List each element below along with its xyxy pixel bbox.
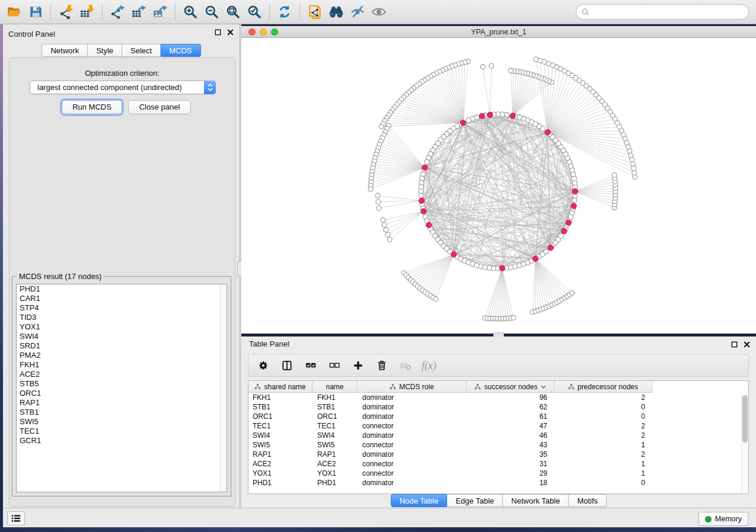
table-row[interactable]: ORC1ORC1dominator610: [248, 412, 741, 421]
result-node-item[interactable]: SWI5: [17, 417, 227, 427]
memory-button[interactable]: Memory: [698, 512, 748, 526]
mcds-result-list[interactable]: PHD1CAR1STP4TID3YOX1SWI4SRD1PMA2FKH1ACE2…: [16, 284, 227, 492]
network-graph[interactable]: [241, 38, 756, 334]
result-scrollbar[interactable]: [220, 284, 227, 492]
leaf-node[interactable]: [631, 166, 636, 171]
table-row[interactable]: STB1STB1dominator620: [248, 402, 741, 412]
leaf-node[interactable]: [630, 162, 635, 166]
tab-network-table[interactable]: Network Table: [503, 494, 569, 507]
mcds-hub-node[interactable]: [548, 245, 553, 251]
leaf-node[interactable]: [376, 200, 381, 204]
export-table-button[interactable]: [128, 2, 149, 22]
result-node-item[interactable]: ORC1: [17, 389, 227, 398]
ring-node[interactable]: [559, 233, 563, 238]
save-button[interactable]: [25, 2, 46, 22]
close-panel-button[interactable]: Close panel: [128, 100, 191, 114]
ring-node[interactable]: [544, 249, 548, 254]
criterion-dropdown[interactable]: largest connected component (undirected): [30, 81, 216, 94]
result-node-item[interactable]: CAR1: [17, 294, 227, 303]
tab-edge-table[interactable]: Edge Table: [447, 494, 503, 507]
leaf-node[interactable]: [612, 172, 617, 177]
select-all-button[interactable]: [303, 358, 318, 373]
network-view-canvas[interactable]: [241, 38, 756, 334]
mcds-hub-node[interactable]: [566, 220, 571, 225]
tab-mcds[interactable]: MCDS: [161, 44, 200, 57]
mcds-hub-node[interactable]: [426, 222, 432, 227]
network-window-titlebar[interactable]: YPA_prune.txt_1: [241, 26, 756, 38]
mcds-hub-node[interactable]: [562, 228, 567, 233]
table-scrollbar-thumb[interactable]: [742, 395, 748, 443]
result-node-item[interactable]: STB5: [17, 379, 227, 389]
mcds-hub-node[interactable]: [419, 198, 424, 203]
zoom-fit-button[interactable]: [222, 2, 244, 22]
close-icon[interactable]: [744, 341, 750, 348]
leaf-node[interactable]: [384, 227, 388, 232]
column-header-predecessor-nodes[interactable]: predecessor nodes: [554, 381, 652, 392]
mcds-hub-node[interactable]: [532, 256, 538, 261]
result-node-item[interactable]: TID3: [17, 313, 227, 322]
show-hidden-button[interactable]: [368, 2, 390, 22]
float-icon[interactable]: [731, 341, 738, 348]
table-row[interactable]: SWI4SWI4dominator462: [248, 431, 741, 440]
mcds-hub-node[interactable]: [571, 203, 576, 209]
ring-node[interactable]: [419, 193, 423, 198]
export-image-button[interactable]: [149, 2, 171, 22]
result-node-item[interactable]: SRD1: [17, 341, 227, 351]
leaf-node[interactable]: [633, 175, 637, 180]
result-node-item[interactable]: RAP1: [17, 398, 227, 408]
select-none-button[interactable]: [327, 358, 342, 373]
zoom-selected-button[interactable]: [244, 2, 265, 22]
column-header-shared-name[interactable]: shared name: [248, 381, 312, 392]
mcds-hub-node[interactable]: [422, 165, 428, 170]
tab-motifs[interactable]: Motifs: [569, 494, 607, 507]
leaf-node[interactable]: [511, 315, 516, 320]
leaf-node[interactable]: [632, 170, 637, 175]
leaf-node[interactable]: [387, 237, 392, 242]
hide-neighbors-button[interactable]: [347, 2, 368, 22]
result-node-item[interactable]: FKH1: [17, 360, 227, 370]
import-table-button[interactable]: [76, 2, 98, 22]
zoom-out-button[interactable]: [201, 2, 222, 22]
result-node-item[interactable]: ACE2: [17, 370, 227, 379]
table-row[interactable]: TEC1TEC1connector472: [248, 421, 741, 431]
split-columns-button[interactable]: [279, 358, 295, 373]
search-input[interactable]: [590, 6, 748, 18]
result-node-item[interactable]: YOX1: [17, 322, 227, 332]
table-row[interactable]: YOX1YOX1connector291: [248, 469, 741, 478]
leaf-node[interactable]: [379, 124, 384, 129]
run-mcds-button[interactable]: Run MCDS: [62, 100, 122, 114]
tab-select[interactable]: Select: [122, 44, 161, 57]
table-row[interactable]: RAP1RAP1dominator352: [248, 450, 741, 459]
delete-table-button[interactable]: [398, 358, 413, 373]
mcds-hub-node[interactable]: [499, 265, 505, 271]
mcds-hub-node[interactable]: [487, 112, 493, 117]
export-network-button[interactable]: [107, 2, 128, 22]
leaf-node[interactable]: [570, 291, 575, 296]
ring-node[interactable]: [425, 159, 429, 164]
result-node-item[interactable]: SWI4: [17, 332, 227, 341]
leaf-node[interactable]: [368, 187, 373, 191]
tab-node-table[interactable]: Node Table: [391, 494, 448, 507]
leaf-node[interactable]: [508, 68, 513, 73]
leaf-node[interactable]: [382, 223, 387, 227]
table-row[interactable]: SWI5SWI5connector431: [248, 440, 741, 450]
search-network-button[interactable]: [326, 2, 347, 22]
mcds-hub-node[interactable]: [421, 209, 426, 214]
add-column-button[interactable]: [350, 358, 366, 373]
table-scrollbar[interactable]: [741, 393, 748, 493]
column-header-successor-nodes[interactable]: successor nodes: [467, 381, 554, 392]
result-node-item[interactable]: GCR1: [17, 436, 227, 446]
mcds-hub-node[interactable]: [572, 188, 578, 194]
task-history-button[interactable]: [7, 511, 25, 525]
tab-style[interactable]: Style: [88, 44, 122, 57]
leaf-node[interactable]: [489, 63, 494, 68]
result-node-item[interactable]: TEC1: [17, 427, 227, 436]
delete-column-button[interactable]: [374, 358, 390, 373]
close-icon[interactable]: [227, 29, 234, 36]
import-network-button[interactable]: [55, 2, 76, 22]
table-row[interactable]: FKH1FKH1dominator962: [248, 393, 741, 402]
ring-node[interactable]: [466, 118, 471, 123]
float-icon[interactable]: [215, 29, 221, 36]
gear-button[interactable]: [256, 358, 271, 373]
column-header-MCDS-role[interactable]: MCDS role: [358, 381, 467, 392]
